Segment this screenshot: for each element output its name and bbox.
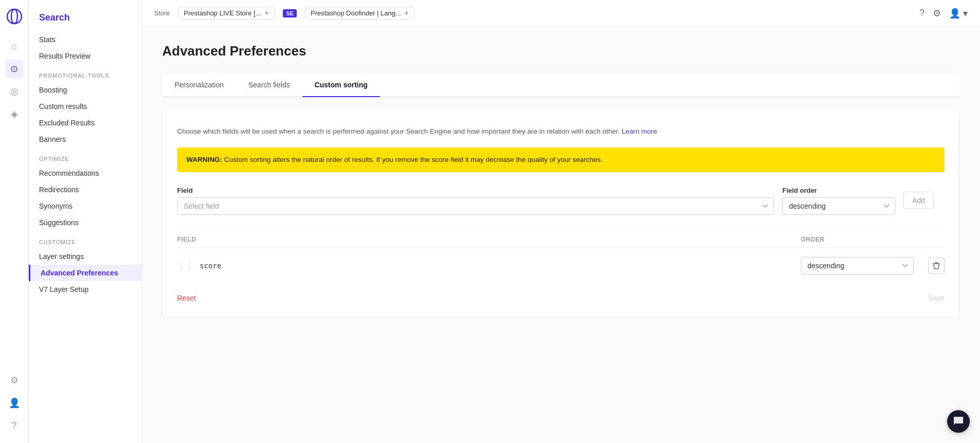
warning-label: WARNING: [186, 156, 222, 163]
field-order-header: Field order [782, 187, 895, 194]
field-header: Field [177, 187, 774, 194]
field-col: Field Select field [177, 187, 774, 215]
learn-more-link[interactable]: Learn more [622, 127, 657, 135]
sidebar-item-layer-settings[interactable]: Layer settings [29, 248, 141, 265]
field-add-col: Add [904, 192, 945, 209]
delete-score-button[interactable] [928, 257, 945, 274]
user-rail-icon[interactable]: 👤 [5, 394, 24, 412]
sidebar-item-boosting[interactable]: Boosting [29, 82, 141, 98]
sidebar: Search Stats Results Preview PROMOTIONAL… [29, 0, 142, 443]
save-button[interactable]: Save [928, 294, 945, 302]
sidebar-title: Search [29, 8, 141, 31]
sidebar-item-synonyms[interactable]: Synonyms [29, 198, 141, 214]
result-del-header [914, 236, 945, 243]
select-field[interactable]: Select field [177, 197, 774, 215]
divider [177, 227, 945, 228]
se-badge: SE [283, 9, 297, 17]
score-order-col: descending ascending [801, 257, 914, 274]
result-headers: Field Order [177, 236, 945, 248]
se-chevron-icon: ▼ [404, 10, 409, 16]
settings-topbar-icon[interactable]: ⚙ [933, 8, 941, 19]
score-field-label: score [200, 262, 801, 270]
score-del-col [914, 257, 945, 274]
sidebar-item-recommendations[interactable]: Recommendations [29, 165, 141, 181]
sidebar-item-banners[interactable]: Banners [29, 131, 141, 147]
page-title: Advanced Preferences [162, 43, 959, 59]
sidebar-item-v7-layer-setup[interactable]: V7 Layer Setup [29, 281, 141, 298]
content-area: Advanced Preferences Personalization Sea… [142, 27, 980, 443]
sidebar-item-advanced-preferences[interactable]: Advanced Preferences [29, 265, 141, 281]
chat-bubble-button[interactable] [947, 410, 970, 433]
warning-text: Custom sorting alters the natural order … [222, 156, 603, 163]
sidebar-section-promotional: PROMOTIONAL TOOLS [29, 64, 141, 82]
footer-actions: Reset Save [177, 294, 945, 302]
sidebar-item-redirections[interactable]: Redirections [29, 181, 141, 198]
home-icon[interactable]: ⌂ [5, 37, 24, 56]
tab-search-fields[interactable]: Search fields [236, 73, 302, 97]
store-chevron-icon: ▼ [264, 10, 269, 16]
sidebar-section-optimize: OPTIMIZE [29, 147, 141, 165]
topbar-right: ? ⚙ 👤 ▾ [919, 8, 968, 19]
table-row: ⋮⋮ score descending ascending [177, 252, 945, 280]
field-add-row: Field Select field Field order descendin… [177, 187, 945, 215]
icon-rail: ⌂ ⊙ ◎ ◈ ⚙ 👤 ? [0, 0, 29, 443]
help-topbar-icon[interactable]: ? [919, 8, 925, 19]
store-label: Store [154, 9, 170, 17]
trash-icon [933, 262, 940, 270]
result-field-header: Field [177, 236, 801, 243]
tag-icon[interactable]: ◈ [5, 105, 24, 123]
search-icon[interactable]: ⊙ [5, 60, 24, 78]
sidebar-item-excluded-results[interactable]: Excluded Results [29, 115, 141, 131]
tab-custom-sorting[interactable]: Custom sorting [302, 73, 380, 97]
sidebar-item-results-preview[interactable]: Results Preview [29, 48, 141, 64]
tab-personalization[interactable]: Personalization [162, 73, 236, 97]
sidebar-section-customize: CUSTOMIZE [29, 231, 141, 248]
svg-point-1 [11, 9, 17, 24]
reset-button[interactable]: Reset [177, 294, 196, 302]
main-content: Store Prestashop LIVE Store [... ▼ SE Pr… [142, 0, 980, 443]
description-text: Choose which fields will be used when a … [177, 126, 945, 137]
add-button[interactable]: Add [904, 192, 934, 209]
se-value: Prestashop Doofinder | Lang... [311, 9, 401, 17]
result-order-header: Order [801, 236, 914, 243]
svg-point-0 [7, 9, 22, 24]
app-logo[interactable] [6, 8, 23, 25]
drag-handle-icon[interactable]: ⋮⋮ [177, 261, 194, 270]
card: Choose which fields will be used when a … [162, 112, 959, 317]
se-select[interactable]: Prestashop Doofinder | Lang... ▼ [305, 7, 415, 20]
tabs: Personalization Search fields Custom sor… [162, 73, 959, 97]
chat-icon [953, 416, 964, 427]
topbar: Store Prestashop LIVE Store [... ▼ SE Pr… [142, 0, 980, 27]
sidebar-item-suggestions[interactable]: Suggestions [29, 214, 141, 231]
warning-box: WARNING: Custom sorting alters the natur… [177, 147, 945, 172]
field-order-col: Field order descending ascending [782, 187, 895, 215]
help-rail-icon[interactable]: ? [5, 416, 24, 435]
field-order-select[interactable]: descending ascending [782, 197, 895, 215]
sidebar-item-stats[interactable]: Stats [29, 31, 141, 48]
store-value: Prestashop LIVE Store [... [184, 9, 261, 17]
settings-rail-icon[interactable]: ⚙ [5, 371, 24, 390]
store-select[interactable]: Prestashop LIVE Store [... ▼ [178, 7, 275, 20]
score-order-select[interactable]: descending ascending [801, 257, 914, 274]
target-icon[interactable]: ◎ [5, 82, 24, 101]
sidebar-item-custom-results[interactable]: Custom results [29, 98, 141, 115]
user-topbar-icon[interactable]: 👤 ▾ [949, 8, 968, 19]
